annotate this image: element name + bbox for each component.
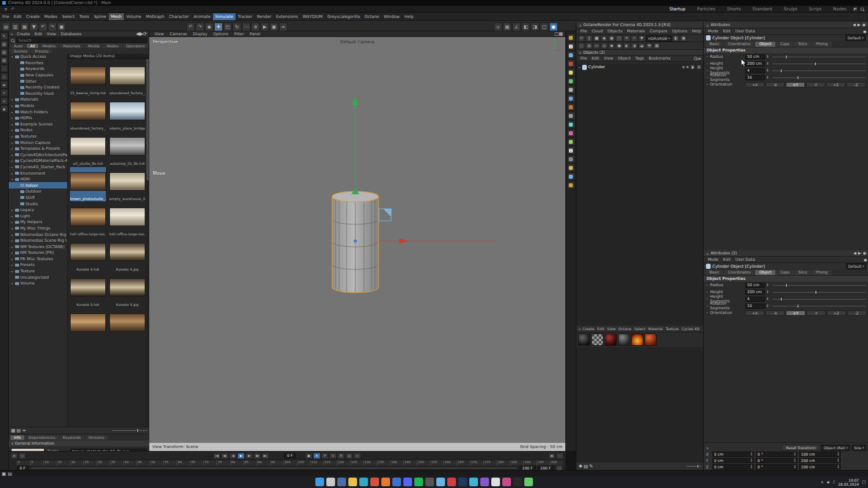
layout-tab[interactable]: Startup [664,6,691,13]
asset-thumbnail[interactable]: adams_place_bridge_... [109,97,145,131]
expand-arrow-icon[interactable]: ▾ [10,178,14,181]
autokey-button[interactable]: A [313,453,321,459]
check-tag-icon[interactable]: ✓ [697,65,701,69]
tree-item[interactable]: ▸ Cycles4D_Starter_Pack [9,164,67,171]
menu-item[interactable]: Compare [648,29,670,34]
menu-item[interactable]: Window [381,13,402,20]
info-tab[interactable]: Keywords [60,435,84,440]
asset-thumbnail[interactable]: brown_photostudio_... [70,167,106,201]
value-slider[interactable] [773,292,866,293]
timeline-settings-icon[interactable]: ⋯ [556,453,564,459]
value-field[interactable]: 16 [745,304,765,309]
menu-item[interactable]: File [0,13,12,20]
stepper-icon[interactable]: ▲▼ [767,290,768,294]
photoshop-icon[interactable] [458,478,467,486]
render-view-icon[interactable]: ▶ [260,23,269,31]
view-grid-icon[interactable]: ▦ [11,428,16,433]
value-slider[interactable] [773,299,866,300]
save-icon[interactable]: ▼ [30,23,38,31]
add-icon[interactable]: ✚ [579,464,583,469]
expand-arrow-icon[interactable]: ▾ [10,55,14,58]
section-header[interactable]: Object Properties [704,47,868,53]
attribute-tab[interactable]: Slice [794,270,811,275]
region-render-icon[interactable]: ▢ [616,35,623,42]
node-editor-icon[interactable]: ▦ [653,43,660,49]
menu-item[interactable]: User Data [733,29,757,34]
x-axis-arrow[interactable] [399,239,409,244]
lock-resolution-icon[interactable]: ▣ [608,35,615,42]
expand-arrow-icon[interactable]: ▸ [10,257,14,261]
octane-material-icon[interactable]: ● [616,43,623,49]
value-slider[interactable] [773,285,866,286]
texture-mode-icon[interactable]: ▨ [1,49,8,56]
explorer-icon[interactable] [348,478,357,486]
menu-item[interactable]: View [602,56,616,61]
render-settings-icon[interactable]: ≡ [279,23,288,31]
attribute-tab[interactable]: Object [755,270,775,275]
menu-item[interactable]: Help [690,29,704,34]
octane-hair-icon[interactable] [567,172,575,180]
octane-camera-icon[interactable] [567,42,575,50]
menu-item[interactable]: Octane [617,327,632,331]
expand-arrow-icon[interactable]: ▸ [10,141,14,145]
menu-item[interactable]: File [578,56,589,61]
attributes-header[interactable]: ≡ Attributes ◀ ▶ ◉ [704,22,868,28]
history-icon[interactable]: ↶ [9,6,16,12]
value-field[interactable]: 4 [745,297,765,302]
attributes-header[interactable]: ≡ Attributes (2) ◀ ▶ ◉ [704,250,868,257]
refresh-icon[interactable]: ⟳ [578,35,585,42]
orientation-button[interactable]: +Y [786,82,805,87]
material-size-slider[interactable] [686,466,701,467]
asset-thumbnail[interactable]: autoshop_01_8k.hdr [109,132,145,166]
orientation-button[interactable]: +X [745,310,764,316]
layout-tab[interactable]: Shorts [722,6,746,13]
targetted-light-icon[interactable]: ◎ [601,43,608,49]
filter-tab[interactable]: Scenes [10,49,31,53]
camera-icon[interactable]: ◉ [601,35,608,42]
material-thumbnail[interactable] [591,334,604,346]
search-icon[interactable] [859,6,866,12]
back-icon[interactable]: ◀ [853,23,856,27]
expand-arrow-icon[interactable]: ▸ [10,282,14,285]
app-icon-5[interactable] [480,478,489,486]
material-thumbnail[interactable] [645,334,657,346]
menu-item[interactable]: Cloud [589,29,605,34]
menu-item[interactable]: Help [402,13,416,20]
tree-item[interactable]: ▸ NM Textures (OCTANE) [9,243,67,250]
value-field[interactable]: 16 [745,75,765,80]
asset-thumbnail[interactable]: 15_beerse_living.hdr [70,61,106,95]
orientation-button[interactable]: -Z [847,82,866,87]
panel-toggle-icon[interactable]: ▣ [549,23,558,31]
pin-icon[interactable]: ◉ [862,23,866,27]
marker-icon[interactable]: ◇ [19,453,26,459]
tree-item[interactable]: ▸ Materials [9,97,67,103]
tree-item[interactable]: ▸ HDRIs [9,115,67,121]
tree-item[interactable]: ▸ Textures [9,134,67,140]
workplane-mode-icon[interactable]: ▤ [1,57,8,64]
tree-item[interactable]: ▾ Quick Access [9,54,67,60]
preset-dropdown[interactable]: Default▾ [846,263,866,269]
menu-item[interactable]: Databases [58,32,84,36]
octane-target-icon[interactable] [567,86,575,94]
terminal-icon[interactable] [513,478,522,486]
app-icon-6[interactable] [491,478,500,486]
menu-item[interactable]: Volume [124,13,144,20]
octane-help-icon[interactable] [567,181,575,189]
lock-icon[interactable]: ▪ [864,257,867,263]
tree-item[interactable]: ▸ Nodes [9,127,67,134]
menu-item[interactable]: Create [24,13,42,20]
menu-item[interactable]: Animate [192,13,213,20]
chrome-icon[interactable] [370,478,379,486]
menu-item[interactable]: View [152,32,167,36]
expand-arrow-icon[interactable]: ▸ [10,128,14,132]
menu-item[interactable]: Create [14,32,32,36]
menu-item[interactable]: Edit [12,13,24,20]
position-field[interactable]: 0 cm▲▼ [712,464,754,469]
orientation-button[interactable]: +Y [786,310,805,316]
viewport-canvas[interactable]: Default Camera Perspective Move [149,37,565,443]
attribute-tab[interactable]: Coordinates [724,42,755,47]
orientation-button[interactable]: -Y [807,310,826,316]
menu-item[interactable]: User Data [733,257,757,262]
panel-grip-icon[interactable]: ≡ [579,50,582,54]
workplane-icon[interactable]: ▦ [503,23,512,31]
